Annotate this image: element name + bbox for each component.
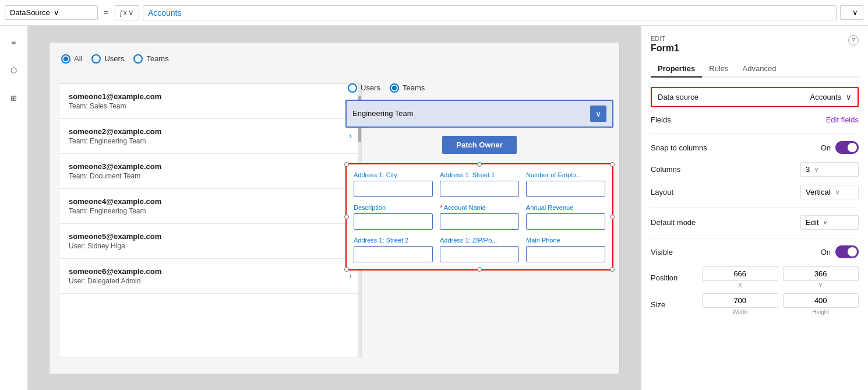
panel-tabs: Properties Rules Advanced — [651, 61, 859, 78]
form-field-city: Address 1: City — [354, 171, 433, 197]
radio-teams[interactable]: Teams — [133, 54, 168, 64]
form-field-description: Description — [354, 204, 433, 230]
form-field-zip-input[interactable] — [440, 246, 519, 262]
user-team: Team: Document Team — [69, 172, 161, 180]
form-field-street1-input[interactable] — [440, 181, 519, 197]
visible-toggle[interactable] — [835, 245, 859, 258]
list-item[interactable]: someone1@example.com Team: Sales Team › — [59, 84, 361, 119]
form-field-city-input[interactable] — [354, 181, 433, 197]
form-field-street2-label: Address 1: Street 2 — [354, 237, 433, 244]
user-info: someone6@example.com User: Delegated Adm… — [69, 267, 161, 285]
form-field-employees-label: Number of Emplo... — [526, 171, 605, 178]
list-item[interactable]: someone4@example.com Team: Engineering T… — [59, 189, 361, 224]
tab-advanced[interactable]: Advanced — [736, 61, 784, 78]
radio-all-circle — [61, 54, 70, 64]
radio-users-right[interactable]: Users — [348, 83, 380, 93]
tab-properties[interactable]: Properties — [651, 61, 702, 78]
data-source-dropdown[interactable]: Accounts ∨ — [810, 93, 852, 101]
user-email: someone5@example.com — [69, 232, 161, 241]
radio-all[interactable]: All — [61, 54, 82, 64]
hamburger-menu-icon[interactable]: ≡ — [5, 33, 23, 51]
form-field-street2-input[interactable] — [354, 246, 433, 262]
default-mode-value: Edit — [806, 218, 818, 227]
tab-rules[interactable]: Rules — [702, 61, 735, 78]
data-source-label: Data source — [658, 93, 698, 101]
help-icon[interactable]: ? — [848, 35, 859, 45]
size-height-label: Height — [783, 309, 859, 315]
equals-sign: = — [101, 8, 111, 17]
form-field-description-input[interactable] — [354, 213, 433, 230]
teams-radio-group: Users Teams — [345, 83, 613, 93]
formula-bar[interactable]: Accounts — [143, 5, 837, 20]
layout-dropdown[interactable]: Vertical ∨ — [800, 185, 859, 199]
form-grid-wrapper: Address 1: City Address 1: Street 1 Numb… — [345, 163, 613, 270]
datasource-label: DataSource — [10, 8, 50, 17]
form-field-revenue-label: Annual Revenue — [526, 204, 605, 211]
resize-handle-tr[interactable] — [610, 162, 615, 167]
layers-icon[interactable]: ⬡ — [5, 61, 23, 79]
list-item[interactable]: someone5@example.com User: Sidney Higa › — [59, 224, 361, 259]
snap-to-columns-value-group: On — [821, 141, 859, 154]
radio-teams-right[interactable]: Teams — [390, 83, 425, 93]
patch-owner-button[interactable]: Patch Owner — [442, 136, 516, 154]
form-grid: Address 1: City Address 1: Street 1 Numb… — [354, 171, 605, 262]
size-height-input[interactable] — [783, 293, 859, 308]
resize-handle-bl[interactable] — [344, 267, 349, 272]
position-x-input[interactable] — [702, 266, 778, 281]
fields-label: Fields — [651, 115, 671, 124]
edit-fields-link[interactable]: Edit fields — [826, 115, 859, 124]
fx-icon: f — [120, 8, 122, 17]
form-field-street2: Address 1: Street 2 — [354, 237, 433, 262]
divider2 — [651, 208, 859, 208]
form-field-account-name-input[interactable] — [440, 213, 519, 230]
user-team: User: Sidney Higa — [69, 242, 161, 250]
snap-to-columns-value: On — [821, 143, 831, 152]
user-info: someone3@example.com Team: Document Team — [69, 162, 161, 180]
position-label: Position — [651, 273, 697, 282]
resize-handle-bm[interactable] — [477, 267, 482, 272]
list-item[interactable]: someone6@example.com User: Delegated Adm… — [59, 259, 361, 294]
form-field-phone-input[interactable] — [526, 246, 605, 262]
list-item[interactable]: someone2@example.com Team: Engineering T… — [59, 119, 361, 154]
size-row: Size Width Height — [651, 293, 859, 315]
form-field-revenue-input[interactable] — [526, 213, 605, 230]
size-height-wrap: Height — [783, 293, 859, 315]
fields-row: Fields Edit fields — [651, 115, 859, 124]
resize-handle-mr[interactable] — [610, 215, 615, 219]
team-dropdown[interactable]: Engineering Team ∨ — [345, 100, 613, 128]
resize-handle-ml[interactable] — [344, 215, 349, 219]
size-width-wrap: Width — [702, 293, 778, 315]
size-label: Size — [651, 300, 697, 309]
user-info: someone1@example.com Team: Sales Team — [69, 92, 161, 110]
divider — [651, 133, 859, 134]
position-row: Position X Y — [651, 266, 859, 289]
datasource-select[interactable]: DataSource ∨ — [5, 5, 98, 20]
form-field-revenue: Annual Revenue — [526, 204, 605, 230]
columns-chevron-icon: ∨ — [814, 166, 818, 173]
resize-handle-tm[interactable] — [477, 162, 482, 167]
visible-value: On — [821, 248, 831, 257]
fx-button[interactable]: f x ∨ — [115, 5, 139, 20]
form-field-description-label: Description — [354, 204, 433, 211]
radio-users[interactable]: Users — [91, 54, 124, 64]
edit-label: EDIT — [651, 35, 679, 42]
size-width-input[interactable] — [702, 293, 778, 308]
layout-row: Layout Vertical ∨ — [651, 185, 859, 199]
data-source-row: Data source Accounts ∨ — [651, 87, 859, 107]
default-mode-dropdown[interactable]: Edit ∨ — [800, 215, 859, 230]
resize-handle-br[interactable] — [610, 267, 615, 272]
columns-value: 3 — [806, 165, 810, 174]
grid-icon[interactable]: ⊞ — [5, 89, 23, 107]
snap-to-columns-toggle[interactable] — [835, 141, 859, 154]
fx-chevron-icon: ∨ — [128, 8, 134, 17]
form-field-employees-input[interactable] — [526, 181, 605, 197]
position-inputs: X Y — [702, 266, 859, 289]
position-y-input[interactable] — [783, 266, 859, 281]
layout-value: Vertical — [806, 188, 831, 196]
list-item[interactable]: someone3@example.com Team: Document Team… — [59, 154, 361, 189]
radio-teams-right-label: Teams — [403, 83, 425, 92]
columns-dropdown[interactable]: 3 ∨ — [800, 162, 859, 177]
default-mode-chevron-icon: ∨ — [823, 219, 827, 226]
resize-handle-tl[interactable] — [344, 162, 349, 167]
radio-teams-right-circle — [390, 83, 399, 93]
